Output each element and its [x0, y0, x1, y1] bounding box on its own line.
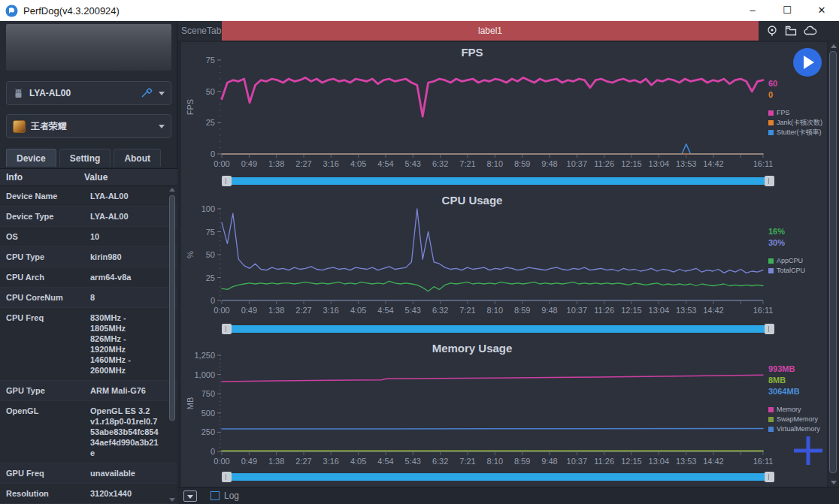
collapse-log-button[interactable] [183, 490, 197, 502]
table-row: Device NameLYA-AL00 [0, 186, 177, 207]
minimize-button[interactable]: – [735, 0, 770, 21]
svg-text:1:38: 1:38 [268, 306, 284, 315]
scrollbar-range[interactable] [232, 325, 765, 333]
scrollbar-right-grip[interactable] [765, 176, 774, 186]
svg-text:13:53: 13:53 [676, 159, 697, 168]
table-row: GPU Frequnavailable [0, 463, 177, 484]
value-cell: 10 [84, 227, 168, 246]
svg-text:500: 500 [201, 409, 215, 418]
svg-text:16:11: 16:11 [753, 457, 774, 466]
scrollbar-left-grip[interactable] [222, 324, 232, 334]
svg-text:100: 100 [201, 204, 215, 213]
svg-text:9:48: 9:48 [541, 457, 557, 466]
svg-text:5:43: 5:43 [405, 306, 421, 315]
close-button[interactable]: ✕ [804, 0, 839, 21]
svg-text:11:26: 11:26 [594, 159, 614, 168]
svg-text:75: 75 [206, 56, 215, 65]
column-header-info: Info [0, 172, 84, 183]
column-header-value: Value [84, 172, 108, 183]
info-cell: CPU Arch [0, 267, 84, 287]
svg-text:1,000: 1,000 [194, 370, 215, 379]
scrollbar-right-grip[interactable] [765, 324, 774, 334]
cpu-chart-canvas[interactable]: 0255075100%0:000:491:382:273:164:054:545… [181, 190, 827, 338]
svg-text:10:37: 10:37 [567, 457, 588, 466]
memory-time-scrollbar[interactable] [222, 472, 774, 482]
legend-swatch [768, 427, 774, 432]
tab-setting[interactable]: Setting [59, 149, 111, 167]
legend-swatch [768, 130, 774, 135]
legend-swatch [768, 417, 774, 422]
svg-text:6:32: 6:32 [432, 159, 448, 168]
scene-toolbar [766, 25, 817, 37]
bottom-bar: Log [177, 487, 839, 504]
sidebar-tabs: Device Setting About [6, 149, 161, 167]
tab-device[interactable]: Device [6, 149, 56, 167]
value-cell: 8 [84, 288, 168, 307]
table-body: Device NameLYA-AL00Device TypeLYA-AL00OS… [0, 186, 177, 504]
svg-text:1,250: 1,250 [194, 351, 215, 360]
scrollbar-left-grip[interactable] [222, 176, 232, 186]
svg-text:6:32: 6:32 [432, 306, 448, 315]
svg-text:0:00: 0:00 [214, 306, 229, 315]
maximize-button[interactable]: ☐ [770, 0, 804, 21]
svg-text:14:42: 14:42 [703, 159, 724, 168]
scroll-up-icon[interactable] [169, 188, 175, 192]
device-selector-label: LYA-AL00 [29, 88, 141, 98]
svg-text:4:05: 4:05 [350, 159, 366, 168]
svg-text:9:48: 9:48 [541, 306, 557, 315]
log-checkbox[interactable] [211, 491, 220, 500]
svg-text:11:26: 11:26 [594, 457, 614, 466]
svg-text:0:49: 0:49 [241, 306, 257, 315]
svg-text:7:21: 7:21 [459, 159, 475, 168]
device-selector[interactable]: LYA-AL00 [6, 81, 171, 105]
fps-chart: FPS 0255075FPS0:000:491:382:273:164:054:… [181, 42, 827, 190]
scrollbar-range[interactable] [232, 473, 765, 481]
app-window: PerfDog(v4.3.200924) – ☐ ✕ LYA-AL00 [0, 0, 839, 504]
vertical-scrollbar-thumb[interactable] [829, 51, 837, 473]
play-button[interactable] [793, 48, 822, 77]
svg-text:2:27: 2:27 [295, 306, 311, 315]
svg-text:10:37: 10:37 [567, 159, 588, 168]
table-row: CPU Archarm64-v8a [0, 267, 177, 288]
table-scrollbar[interactable] [169, 186, 176, 503]
cpu-time-scrollbar[interactable] [222, 324, 774, 334]
legend-swatch [768, 268, 774, 273]
info-cell: CPU Freq [0, 308, 84, 380]
play-icon [804, 56, 814, 69]
scene-label-bar[interactable]: label1 [222, 21, 759, 41]
svg-text:8:10: 8:10 [487, 159, 503, 168]
cloud-icon[interactable] [804, 25, 817, 37]
scrollbar-right-grip[interactable] [765, 472, 774, 482]
add-chart-icon[interactable] [792, 434, 825, 467]
value-cell: kirin980 [84, 247, 168, 267]
scrollbar-range[interactable] [232, 177, 765, 185]
svg-text:14:42: 14:42 [703, 306, 724, 315]
folder-icon[interactable] [785, 25, 797, 37]
memory-chart-canvas[interactable]: 02505007501,0001,250MB0:000:491:382:273:… [181, 338, 827, 486]
svg-text:0: 0 [211, 447, 215, 456]
main-area: SceneTab label1 [177, 21, 839, 504]
scroll-down-icon[interactable] [831, 481, 837, 484]
chevron-down-icon [159, 125, 165, 128]
svg-text:13:53: 13:53 [676, 457, 697, 466]
tab-about[interactable]: About [114, 149, 161, 167]
svg-text:8:59: 8:59 [514, 457, 530, 466]
value-cell: arm64-v8a [84, 267, 168, 287]
svg-text:0:00: 0:00 [214, 457, 229, 466]
fps-time-scrollbar[interactable] [222, 176, 774, 186]
svg-text:13:53: 13:53 [676, 306, 697, 315]
table-scrollbar-thumb[interactable] [169, 195, 175, 421]
charts-vertical-scrollbar[interactable] [828, 42, 838, 487]
info-cell: GPU Type [0, 381, 84, 400]
device-info-table: Info Value Device NameLYA-AL00Device Typ… [0, 168, 177, 504]
svg-text:0:00: 0:00 [214, 159, 229, 168]
info-cell: OpenGL [0, 401, 84, 463]
svg-text:%: % [186, 251, 195, 258]
scrollbar-left-grip[interactable] [222, 472, 232, 482]
info-cell: Device Name [0, 186, 84, 206]
app-selector[interactable]: 王者荣耀 [6, 114, 171, 138]
fps-chart-canvas[interactable]: 0255075FPS0:000:491:382:273:164:054:545:… [181, 42, 827, 190]
scroll-up-icon[interactable] [831, 44, 837, 48]
scroll-down-icon[interactable] [169, 498, 175, 502]
location-icon[interactable] [766, 25, 778, 37]
